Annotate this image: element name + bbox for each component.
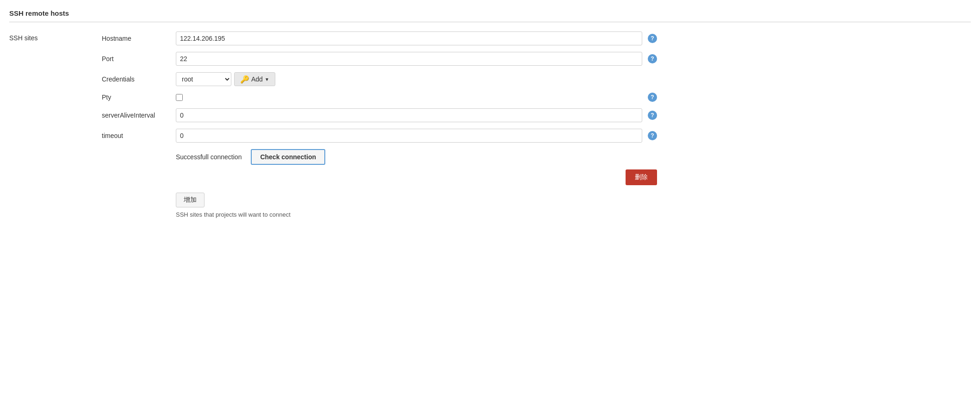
hostname-label: Hostname bbox=[102, 35, 176, 42]
port-help-icon[interactable]: ? bbox=[648, 54, 657, 63]
delete-area: 删除 bbox=[176, 169, 657, 185]
page-title: SSH remote hosts bbox=[9, 9, 971, 22]
pty-checkbox[interactable] bbox=[176, 94, 183, 101]
key-icon: 🔑 bbox=[240, 75, 249, 84]
server-alive-row: serverAliveInterval ? bbox=[102, 108, 657, 122]
pty-row: Pty ? bbox=[102, 93, 657, 102]
server-alive-help-icon[interactable]: ? bbox=[648, 111, 657, 120]
credentials-row: Credentials root 🔑 Add ▼ bbox=[102, 72, 657, 86]
pty-checkbox-wrap bbox=[176, 94, 183, 101]
add-credential-label: Add bbox=[251, 75, 263, 83]
credentials-label: Credentials bbox=[102, 75, 176, 83]
pty-label: Pty bbox=[102, 94, 176, 101]
add-site-button[interactable]: 增加 bbox=[176, 193, 205, 207]
add-caret-icon: ▼ bbox=[265, 77, 269, 82]
add-credential-button[interactable]: 🔑 Add ▼ bbox=[234, 72, 275, 86]
status-check-area: Successfull connection Check connection bbox=[176, 149, 657, 165]
port-label: Port bbox=[102, 55, 176, 62]
pty-input-wrap: ? bbox=[176, 93, 657, 102]
hostname-row: Hostname ? bbox=[102, 31, 657, 45]
server-alive-label: serverAliveInterval bbox=[102, 112, 176, 119]
timeout-help-icon[interactable]: ? bbox=[648, 131, 657, 140]
server-alive-input-wrap: ? bbox=[176, 108, 657, 122]
add-site-row: 增加 bbox=[102, 193, 657, 207]
connection-status-text: Successfull connection bbox=[176, 153, 242, 161]
form-area: Hostname ? Port ? Credentials root 🔑 bbox=[102, 31, 657, 218]
check-connection-button[interactable]: Check connection bbox=[251, 149, 325, 165]
server-alive-input[interactable] bbox=[176, 108, 642, 122]
port-row: Port ? bbox=[102, 52, 657, 66]
description-text: SSH sites that projects will want to con… bbox=[102, 211, 657, 218]
hostname-input[interactable] bbox=[176, 31, 642, 45]
pty-help-icon[interactable]: ? bbox=[648, 93, 657, 102]
hostname-help-icon[interactable]: ? bbox=[648, 34, 657, 43]
credentials-input-wrap: root 🔑 Add ▼ bbox=[176, 72, 657, 86]
timeout-input-wrap: ? bbox=[176, 129, 657, 143]
credentials-select[interactable]: root bbox=[176, 72, 231, 86]
timeout-row: timeout ? bbox=[102, 129, 657, 143]
section-label: SSH sites bbox=[9, 31, 102, 42]
port-input-wrap: ? bbox=[176, 52, 657, 66]
timeout-input[interactable] bbox=[176, 129, 642, 143]
hostname-input-wrap: ? bbox=[176, 31, 657, 45]
delete-button[interactable]: 删除 bbox=[626, 169, 657, 185]
port-input[interactable] bbox=[176, 52, 642, 66]
timeout-label: timeout bbox=[102, 132, 176, 139]
